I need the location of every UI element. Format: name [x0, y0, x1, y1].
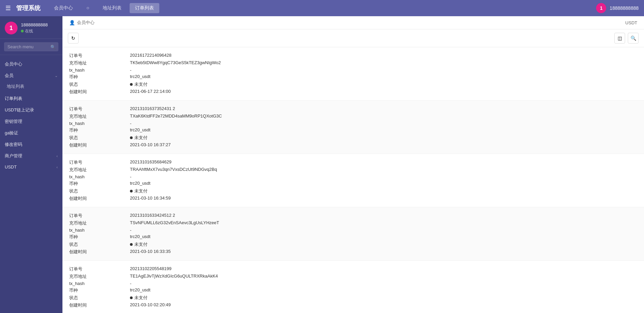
sidebar-nav: 会员中心 会员 ⌄ 地址列表 订单列表 USDT链上记录 密钥管理 ga验证: [0, 55, 62, 313]
app-logo: 管理系统: [16, 4, 41, 12]
sidebar-user-section: 1 18888888888 在线: [0, 16, 62, 39]
field-value-orderNo: 20216172214096428: [130, 53, 637, 59]
field-value-createdAt: 2021-03-10 16:33:35: [130, 249, 637, 255]
chevron-left-icon: ‹: [56, 154, 58, 158]
sidebar-status-label: 在线: [25, 28, 33, 34]
order-card: 订单号20213101637352431 2充币地址TXaK6KtdFF2e72…: [62, 101, 644, 154]
field-label-createdAt: 创建时间: [69, 302, 130, 308]
sidebar: 1 18888888888 在线 🔍 会员中心 会员 ⌄: [0, 16, 62, 313]
field-value-address: TSvNFUMLL6zG32vEnSAevc3LgUsLYHzeeT: [130, 220, 637, 226]
field-label-txHash: tx_hash: [69, 174, 130, 179]
field-value-currency: trc20_usdt: [130, 181, 637, 187]
sidebar-search-section: 🔍: [0, 39, 62, 55]
field-label-currency: 币种: [69, 181, 130, 187]
sidebar-avatar: 1: [5, 22, 18, 34]
field-label-currency: 币种: [69, 234, 130, 240]
sidebar-item-order-list[interactable]: 订单列表: [0, 92, 62, 104]
field-value-createdAt: 2021-03-10 16:37:27: [130, 142, 637, 148]
sidebar-section-usdt[interactable]: USDT ‹: [0, 161, 62, 172]
field-value-address: TK5eb5tDWw8YgqC73GeS5kTEZ3gwNIgWo2: [130, 60, 637, 66]
hamburger-menu-button[interactable]: ☰: [5, 4, 11, 12]
field-value-createdAt: 2021-03-10 16:34:59: [130, 195, 637, 202]
status-dot-icon: [21, 30, 24, 32]
field-value-address: TE1AgEJlvTjWzXdGIcG6uQULTRXRkaAkK4: [130, 273, 637, 280]
field-label-txHash: tx_hash: [69, 121, 130, 126]
content-header-right: USDT: [625, 20, 637, 25]
field-value-status: 未支付: [130, 295, 637, 301]
field-label-orderNo: 订单号: [69, 53, 130, 59]
field-value-currency: trc20_usdt: [130, 127, 637, 133]
status-unpaid-dot: [130, 243, 133, 246]
chevron-down-icon: ⌄: [55, 74, 58, 78]
top-navigation: ☰ 管理系统 会员中心 ○ 地址列表 订单列表 1 18888888888: [0, 0, 644, 16]
sidebar-item-address-list[interactable]: 地址列表: [0, 81, 62, 92]
nav-items: 会员中心 ○ 地址列表 订单列表: [49, 3, 596, 13]
field-value-status: 未支付: [130, 81, 637, 87]
content-area: 👤 会员中心 USDT ↻ ◫ 🔍 订单号20216172214: [62, 16, 644, 313]
field-label-createdAt: 创建时间: [69, 195, 130, 202]
field-label-orderNo: 订单号: [69, 159, 130, 165]
field-label-createdAt: 创建时间: [69, 249, 130, 255]
field-label-address: 充币地址: [69, 113, 130, 120]
refresh-icon: ↻: [71, 35, 75, 41]
field-value-txHash: -: [130, 121, 637, 126]
order-card: 订单号20213101635684629充币地址TRAAhftMxX7vu3qn…: [62, 154, 644, 207]
field-label-txHash: tx_hash: [69, 228, 130, 233]
toolbar-right: ◫ 🔍: [614, 33, 639, 44]
sidebar-item-usdt-records[interactable]: USDT链上记录: [0, 104, 62, 115]
field-label-status: 状态: [69, 241, 130, 247]
field-value-createdAt: 2021-03-10 02:20:49: [130, 302, 637, 308]
field-value-txHash: -: [130, 174, 637, 179]
field-label-status: 状态: [69, 135, 130, 141]
field-value-orderNo: 20213101635684629: [130, 159, 637, 165]
field-value-txHash: -: [130, 68, 637, 73]
content-toolbar: ↻ ◫ 🔍: [62, 29, 644, 47]
field-label-txHash: tx_hash: [69, 281, 130, 286]
field-value-currency: trc20_usdt: [130, 287, 637, 293]
refresh-button[interactable]: ↻: [68, 33, 79, 44]
content-header: 👤 会员中心 USDT: [62, 16, 644, 29]
sidebar-status: 在线: [21, 28, 48, 34]
sidebar-item-change-password[interactable]: 修改密码: [0, 138, 62, 150]
top-nav-right: 1 18888888888: [596, 3, 639, 13]
nav-item-members[interactable]: 会员中心: [49, 3, 78, 13]
field-label-orderNo: 订单号: [69, 266, 130, 272]
field-value-txHash: -: [130, 228, 637, 233]
nav-item-address[interactable]: 地址列表: [97, 3, 127, 13]
main-layout: 1 18888888888 在线 🔍 会员中心 会员 ⌄: [0, 16, 644, 313]
nav-item-circle[interactable]: ○: [81, 3, 95, 13]
field-value-orderNo: 20213101633424512 2: [130, 213, 637, 219]
order-card: 订单号20216172214096428充币地址TK5eb5tDWw8YgqC7…: [62, 47, 644, 101]
sidebar-item-key-management[interactable]: 密钥管理: [0, 115, 62, 127]
sidebar-item-ga-verify[interactable]: ga验证: [0, 127, 62, 138]
sidebar-section-merchant[interactable]: 商户管理 ‹: [0, 150, 62, 161]
nav-item-orders[interactable]: 订单列表: [130, 3, 159, 13]
field-value-txHash: -: [130, 281, 637, 286]
toolbar-left: ↻: [68, 33, 79, 44]
chevron-left-icon-2: ‹: [56, 165, 58, 169]
field-value-orderNo: 20213102205548199: [130, 266, 637, 272]
field-label-createdAt: 创建时间: [69, 142, 130, 148]
top-nav-phone: 18888888888: [610, 5, 639, 11]
field-label-status: 状态: [69, 295, 130, 301]
breadcrumb-label: 会员中心: [77, 20, 95, 26]
table-view-button[interactable]: ◫: [614, 33, 625, 44]
search-button[interactable]: 🔍: [628, 33, 639, 44]
sidebar-section-member[interactable]: 会员 ⌄: [0, 69, 62, 81]
field-label-createdAt: 创建时间: [69, 89, 130, 95]
order-card: 订单号20213102205548199充币地址TE1AgEJlvTjWzXdG…: [62, 261, 644, 313]
user-icon: 👤: [69, 20, 75, 25]
field-label-currency: 币种: [69, 127, 130, 133]
field-label-currency: 币种: [69, 74, 130, 80]
field-label-address: 充币地址: [69, 167, 130, 173]
sidebar-item-member-center[interactable]: 会员中心: [0, 58, 62, 69]
field-label-address: 充币地址: [69, 273, 130, 280]
breadcrumb: 👤 会员中心: [69, 20, 95, 26]
field-value-status: 未支付: [130, 241, 637, 247]
field-value-orderNo: 20213101637352431 2: [130, 106, 637, 112]
field-label-address: 充币地址: [69, 220, 130, 226]
order-card: 订单号20213101633424512 2充币地址TSvNFUMLL6zG32…: [62, 207, 644, 261]
field-value-status: 未支付: [130, 135, 637, 141]
field-label-currency: 币种: [69, 287, 130, 293]
search-icon: 🔍: [50, 44, 56, 49]
